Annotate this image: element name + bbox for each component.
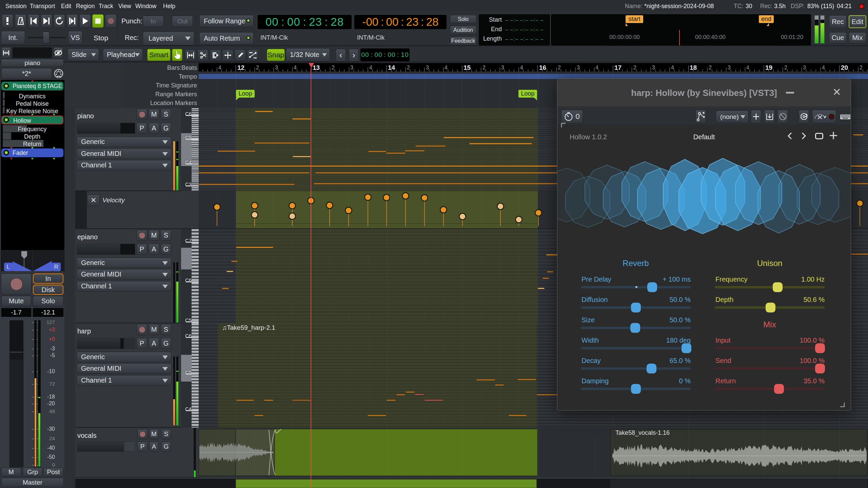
- svg-text:L: L: [6, 264, 9, 270]
- svg-text:R: R: [54, 264, 58, 270]
